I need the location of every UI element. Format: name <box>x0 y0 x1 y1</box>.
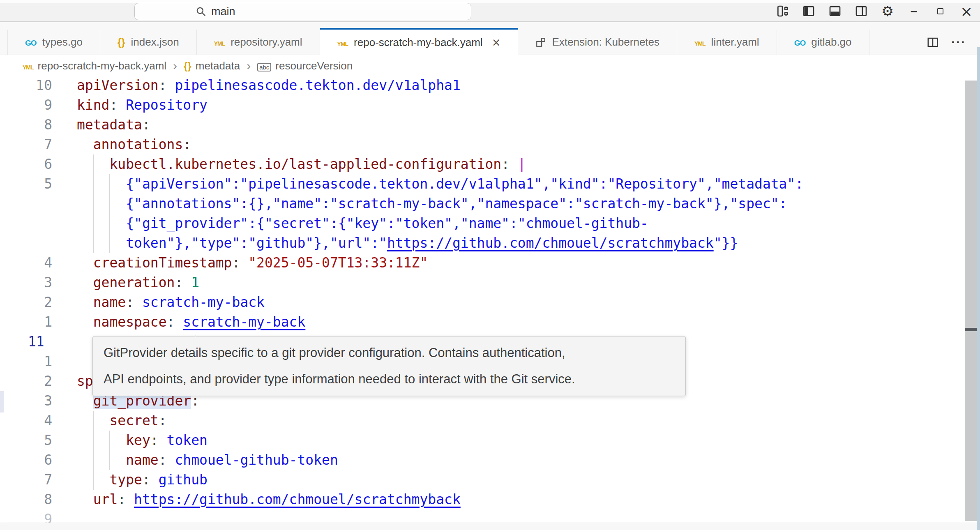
yaml-file-icon: YML <box>337 36 348 49</box>
code-token: : <box>150 432 167 448</box>
code-token: {"apiVersion":"pipelinesascode.tekton.de… <box>126 176 803 192</box>
command-center-search[interactable]: main <box>134 3 471 20</box>
braces-icon: {} <box>184 60 191 72</box>
breadcrumb-label: repo-scratch-my-back.yaml <box>38 60 167 72</box>
breadcrumb: YMLrepo-scratch-my-back.yaml›{}metadata›… <box>4 55 964 76</box>
toggle-panel-icon[interactable] <box>828 4 842 18</box>
code-editor[interactable]: 10apiVersion: pipelinesascode.tekton.dev… <box>4 76 965 529</box>
breadcrumb-item-repo-scratch-my-back-yaml[interactable]: YMLrepo-scratch-my-back.yaml <box>23 60 166 72</box>
window-right-edge <box>977 47 980 530</box>
tab-gitlab-go[interactable]: GOgitlab.go <box>777 30 869 55</box>
indent-guide <box>77 411 77 431</box>
indent-guide <box>93 431 94 450</box>
tab-actions: ··· <box>927 30 980 55</box>
code-token: {"annotations":{},"name":"scratch-my-bac… <box>126 196 787 212</box>
code-token: Repository <box>126 97 208 113</box>
code-token: : <box>159 77 175 93</box>
line-number: 1 <box>4 352 52 371</box>
line-content: token"},"type":"github"},"url":"https://… <box>77 233 965 253</box>
tab-list: GOtypes.go{}index.jsonYMLrepository.yaml… <box>7 22 869 55</box>
indent-guide <box>77 214 77 233</box>
line-number: 1 <box>4 312 52 332</box>
code-link[interactable]: https://github.com/chmouel/scratchmyback <box>134 491 461 507</box>
tab-repo-scratch-my-back-yaml[interactable]: YMLrepo-scratch-my-back.yaml× <box>320 28 519 55</box>
line-number <box>4 214 52 233</box>
code-line: 10apiVersion: pipelinesascode.tekton.dev… <box>4 76 965 95</box>
code-token: kubectl.kubernetes.io/last-applied-confi… <box>109 156 501 172</box>
code-token: | <box>518 156 526 172</box>
line-number: 4 <box>4 253 52 273</box>
line-number <box>4 233 52 253</box>
code-line: {"git_provider":{"secret":{"key":"token"… <box>4 214 965 233</box>
code-token: : <box>126 294 142 310</box>
close-icon[interactable]: × <box>959 4 973 18</box>
scrollbar-position-marker <box>965 328 977 331</box>
line-content: generation: 1 <box>77 273 965 293</box>
code-link[interactable]: https://github.com/chmouel/scratchmyback <box>387 235 714 251</box>
code-line: 8metadata: <box>4 115 965 135</box>
tab-extension-kubernetes[interactable]: Extension: Kubernetes <box>518 30 677 55</box>
code-token: 1 <box>191 274 199 290</box>
tab-types-go[interactable]: GOtypes.go <box>7 30 100 55</box>
indent-guide <box>77 293 77 312</box>
indent-guide <box>77 135 77 154</box>
code-token: namespace <box>93 314 167 330</box>
customize-layout-icon[interactable] <box>775 4 789 18</box>
maximize-icon[interactable] <box>933 4 947 18</box>
code-token: key <box>126 432 150 448</box>
code-line: 1namespace: scratch-my-back <box>4 312 965 332</box>
breadcrumb-item-resourceversion[interactable]: abcresourceVersion <box>257 60 353 72</box>
code-token: : <box>167 314 183 330</box>
split-editor-icon[interactable] <box>927 36 939 48</box>
go-file-icon: GO <box>794 36 806 48</box>
line-number: 3 <box>4 273 52 293</box>
code-token: : <box>501 156 518 172</box>
tooltip-text: GitProvider details specific to a git pr… <box>104 346 675 360</box>
code-token: metadata <box>77 117 142 133</box>
editor-left-border <box>4 55 4 523</box>
close-tab-icon[interactable]: × <box>492 36 501 48</box>
yaml-file-icon: YML <box>214 36 225 48</box>
tab-index-json[interactable]: {}index.json <box>100 30 197 55</box>
code-token: : <box>183 136 191 152</box>
search-icon <box>196 6 206 17</box>
line-number: 3 <box>4 391 52 411</box>
line-content: namespace: scratch-my-back <box>77 312 965 332</box>
line-content: creationTimestamp: "2025-05-07T13:33:11Z… <box>77 253 965 273</box>
code-token: : <box>109 97 126 113</box>
tab-label: linter.yaml <box>711 36 759 48</box>
code-token: name <box>93 294 126 310</box>
indent-guide <box>109 450 110 470</box>
command-center-label: main <box>211 5 235 18</box>
code-token: scratch-my-back <box>142 294 265 310</box>
breadcrumb-label: resourceVersion <box>275 60 353 72</box>
tab-label: index.json <box>131 36 179 48</box>
indent-guide <box>77 312 77 332</box>
tab-label: repository.yaml <box>231 36 302 48</box>
toggle-primary-sidebar-icon[interactable] <box>802 4 816 18</box>
code-token: secret <box>109 412 158 429</box>
toggle-secondary-sidebar-icon[interactable] <box>854 4 868 18</box>
indent-guide <box>77 174 77 194</box>
line-content: {"apiVersion":"pipelinesascode.tekton.de… <box>77 174 965 194</box>
code-token: url <box>93 491 118 507</box>
code-token: : <box>159 452 175 468</box>
minimize-icon[interactable]: – <box>907 4 921 18</box>
line-content: apiVersion: pipelinesascode.tekton.dev/v… <box>77 76 965 95</box>
more-actions-icon[interactable]: ··· <box>951 35 966 49</box>
code-line: 8url: https://github.com/chmouel/scratch… <box>4 490 965 509</box>
line-number: 5 <box>4 174 52 194</box>
line-number: 10 <box>4 76 52 95</box>
line-number: 4 <box>4 411 52 431</box>
code-link[interactable]: scratch-my-back <box>183 314 305 330</box>
indent-guide <box>109 174 110 194</box>
tab-linter-yaml[interactable]: YMLlinter.yaml <box>677 30 777 55</box>
tab-repository-yaml[interactable]: YMLrepository.yaml <box>197 30 320 55</box>
vertical-scrollbar[interactable] <box>965 81 977 521</box>
breadcrumb-item-metadata[interactable]: {}metadata <box>184 60 240 72</box>
tooltip-text: API endpoints, and provider type informa… <box>104 372 675 387</box>
code-token: token"},"type":"github"},"url":" <box>126 235 387 251</box>
indent-guide <box>77 470 77 490</box>
code-token: name <box>126 452 158 468</box>
settings-gear-icon[interactable]: ⚙ <box>881 4 895 18</box>
